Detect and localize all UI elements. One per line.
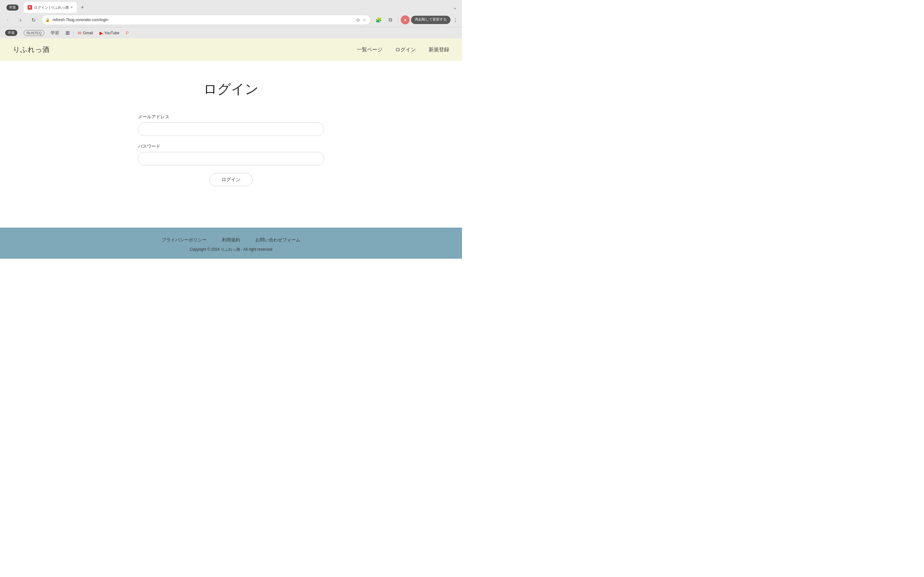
tab-inactive-label: 卒業: [6, 5, 19, 11]
privacy-link[interactable]: プライバシーポリシー: [162, 237, 207, 243]
footer-links: プライバシーポリシー 利用規約 お問い合わせフォーム: [6, 237, 456, 243]
bookmark-runteq[interactable]: RUNTEQ: [21, 29, 47, 37]
grid-icon: ⊞: [65, 30, 69, 36]
terms-link[interactable]: 利用規約: [222, 237, 240, 243]
bookmarks-bar: 卒業 RUNTEQ 学習 ⊞ ✉ Gmail ▶ YouTube P: [0, 27, 462, 39]
youtube-icon: ▶: [99, 31, 103, 35]
email-label: メールアドレス: [138, 114, 324, 120]
nav-list-page[interactable]: 一覧ページ: [357, 47, 383, 53]
nav-login[interactable]: ログイン: [395, 47, 416, 53]
security-icon: 🔒: [45, 18, 50, 22]
profile-button[interactable]: ●: [401, 15, 410, 24]
new-tab-button[interactable]: +: [78, 3, 87, 12]
tab-favicon: R: [27, 5, 32, 10]
profile-icon: ●: [404, 18, 406, 22]
site-header: りふれっ酒 一覧ページ ログイン 新規登録: [0, 39, 462, 61]
password-input[interactable]: [138, 152, 324, 165]
bookmark-grid[interactable]: ⊞: [63, 29, 72, 37]
site-logo[interactable]: りふれっ酒: [13, 45, 49, 55]
login-submit-button[interactable]: ログイン: [210, 173, 252, 186]
back-icon: ‹: [7, 17, 9, 23]
bookmark-gmail[interactable]: ✉ Gmail: [75, 29, 95, 37]
login-title: ログイン: [204, 80, 258, 98]
tab-bar: 卒業 R ログイン | りふれっ酒 × + ⌄: [0, 0, 462, 13]
page-content: りふれっ酒 一覧ページ ログイン 新規登録 ログイン メールアドレス パスワード…: [0, 39, 462, 259]
lens-icon: ⊙: [356, 17, 360, 23]
nav-register[interactable]: 新規登録: [429, 47, 449, 53]
tab-icon: ⧉: [389, 17, 392, 23]
bookmark-youtube[interactable]: ▶ YouTube: [97, 29, 122, 37]
reload-button[interactable]: ↻: [28, 15, 39, 25]
forward-button[interactable]: ›: [15, 15, 26, 25]
bookmark-patreon[interactable]: P: [123, 29, 131, 37]
patreon-icon: P: [126, 31, 129, 35]
reload-icon: ↻: [31, 17, 36, 23]
study-label: 学習: [51, 30, 59, 36]
close-tab-button[interactable]: ×: [71, 5, 73, 10]
url-text: refresh-7bog.onrender.com/login: [53, 18, 354, 22]
browser-chrome: 卒業 R ログイン | りふれっ酒 × + ⌄ ‹ › ↻ 🔒 refresh-…: [0, 0, 462, 39]
puzzle-icon: 🧩: [375, 17, 382, 23]
bookmark-star-icon[interactable]: ☆: [363, 17, 367, 23]
tab-inactive[interactable]: 卒業: [3, 2, 23, 13]
email-input[interactable]: [138, 122, 324, 136]
graduation-label: 卒業: [5, 30, 17, 36]
bookmarks-divider: [73, 30, 74, 36]
tab-active-title: ログイン | りふれっ酒: [34, 5, 69, 10]
hard-reload-button[interactable]: 再起動して更新する: [411, 16, 451, 24]
password-form-group: パスワード: [138, 143, 324, 165]
youtube-label: YouTube: [104, 31, 120, 35]
gmail-label: Gmail: [83, 31, 93, 35]
tab-active[interactable]: R ログイン | りふれっ酒 ×: [24, 2, 77, 13]
tab-overflow-button[interactable]: ⌄: [451, 3, 459, 12]
browser-actions: 🧩 ⧉ ● 再起動して更新する ⋮: [373, 15, 459, 25]
back-button[interactable]: ‹: [3, 15, 13, 25]
site-nav: 一覧ページ ログイン 新規登録: [357, 47, 449, 53]
site-footer: プライバシーポリシー 利用規約 お問い合わせフォーム Copyright © 2…: [0, 227, 462, 259]
copyright: Copyright © 2024 りふれっ酒 - All right reser…: [6, 247, 456, 252]
gmail-icon: ✉: [78, 31, 81, 35]
main-content: ログイン メールアドレス パスワード ログイン: [0, 61, 462, 227]
login-form: メールアドレス パスワード ログイン: [138, 114, 324, 186]
contact-link[interactable]: お問い合わせフォーム: [255, 237, 300, 243]
url-bar[interactable]: 🔒 refresh-7bog.onrender.com/login ⊙ ☆: [41, 15, 371, 25]
address-bar: ‹ › ↻ 🔒 refresh-7bog.onrender.com/login …: [0, 13, 462, 27]
extensions-button[interactable]: 🧩: [373, 15, 384, 25]
forward-icon: ›: [19, 17, 21, 23]
bookmark-graduation[interactable]: 卒業: [3, 29, 20, 37]
email-form-group: メールアドレス: [138, 114, 324, 136]
more-options-button[interactable]: ⋮: [452, 17, 459, 23]
bookmark-study[interactable]: 学習: [48, 29, 61, 37]
login-button-wrapper: ログイン: [138, 173, 324, 186]
runteq-label: RUNTEQ: [24, 30, 44, 36]
tab-search-button[interactable]: ⧉: [385, 15, 395, 25]
password-label: パスワード: [138, 143, 324, 149]
divider: [398, 17, 398, 23]
